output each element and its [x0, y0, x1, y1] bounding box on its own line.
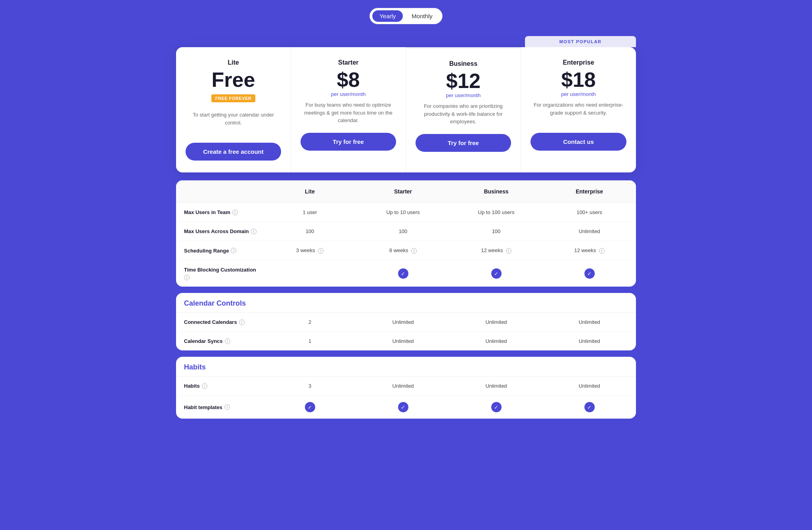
feature-val-habits-starter: Unlimited	[356, 383, 450, 389]
info-icon-connected-calendars[interactable]: i	[239, 320, 245, 325]
feature-label-calendar-syncs: Calendar Syncs i	[176, 338, 263, 344]
check-icon-habit-templates-starter: ✓	[398, 402, 408, 412]
plan-starter-price: $8	[301, 69, 396, 91]
feature-val-syncs-lite: 1	[263, 338, 356, 344]
check-icon-habit-templates-business: ✓	[491, 402, 502, 412]
monthly-toggle[interactable]: Monthly	[404, 10, 440, 22]
most-popular-banner: MOST POPULAR	[525, 36, 636, 47]
feature-label-max-users-domain: Max Users Across Domain i	[176, 228, 263, 234]
feature-label-habits: Habits i	[176, 383, 263, 389]
plan-business: Business $12 per user/month For companie…	[406, 47, 521, 172]
contact-us-button[interactable]: Contact us	[530, 133, 626, 151]
feature-header-business: Business	[450, 188, 543, 195]
check-icon-time-blocking-business: ✓	[491, 268, 502, 279]
feature-val-habits-lite: 3	[263, 383, 356, 389]
info-icon-max-users-domain[interactable]: i	[251, 229, 257, 234]
plan-lite: Lite Free FREE FOREVER To start getting …	[176, 47, 291, 172]
plan-starter-name: Starter	[301, 59, 396, 66]
check-icon-habit-templates-enterprise: ✓	[584, 402, 595, 412]
feature-label-max-users-team: Max Users in Team i	[176, 209, 263, 215]
feature-val-syncs-enterprise: Unlimited	[543, 338, 636, 344]
feature-val-max-users-team-enterprise: 100+ users	[543, 209, 636, 215]
feature-val-domain-lite: 100	[263, 228, 356, 234]
yearly-toggle[interactable]: Yearly	[372, 10, 403, 22]
feature-val-max-users-team-lite: 1 user	[263, 209, 356, 215]
feature-val-max-users-team-starter: Up to 10 users	[356, 209, 450, 215]
info-icon-habits[interactable]: i	[202, 383, 207, 389]
feature-row-calendar-syncs: Calendar Syncs i 1 Unlimited Unlimited U…	[176, 332, 636, 350]
info-icon-time-blocking[interactable]: i	[184, 275, 190, 280]
check-icon-time-blocking-starter: ✓	[398, 268, 408, 279]
features-header-row: Lite Starter Business Enterprise	[176, 180, 636, 203]
info-icon-max-users-team[interactable]: i	[232, 210, 238, 215]
feature-val-connected-starter: Unlimited	[356, 319, 450, 325]
info-icon-scheduling-range[interactable]: i	[231, 248, 236, 253]
habits-section: Habits Habits i 3 Unlimited Unlimited Un…	[176, 357, 636, 419]
create-free-account-button[interactable]: Create a free account	[186, 143, 281, 161]
feature-val-habit-templates-lite: ✓	[263, 402, 356, 412]
feature-row-max-users-domain: Max Users Across Domain i 100 100 100 Un…	[176, 222, 636, 241]
feature-val-connected-business: Unlimited	[450, 319, 543, 325]
starter-try-free-button[interactable]: Try for free	[301, 133, 396, 151]
feature-val-domain-enterprise: Unlimited	[543, 228, 636, 234]
feature-val-habit-templates-enterprise: ✓	[543, 402, 636, 412]
plan-business-price: $12	[416, 70, 511, 92]
feature-val-domain-starter: 100	[356, 228, 450, 234]
feature-val-domain-business: 100	[450, 228, 543, 234]
feature-label-connected-calendars: Connected Calendars i	[176, 319, 263, 325]
free-forever-badge: FREE FOREVER	[211, 94, 256, 102]
feature-val-habits-business: Unlimited	[450, 383, 543, 389]
feature-val-scheduling-enterprise: 12 weeks i	[543, 247, 636, 254]
feature-val-connected-enterprise: Unlimited	[543, 319, 636, 325]
plan-enterprise-price: $18	[530, 69, 626, 91]
feature-header-enterprise: Enterprise	[543, 188, 636, 195]
plan-starter-description: For busy teams who need to optimize meet…	[301, 101, 396, 125]
plan-lite-name: Lite	[186, 59, 281, 66]
calendar-controls-section: Calendar Controls Connected Calendars i …	[176, 293, 636, 350]
feature-label-habit-templates: Habit templates i	[176, 404, 263, 410]
calendar-controls-title: Calendar Controls	[176, 299, 636, 311]
feature-header-empty	[176, 188, 263, 195]
feature-label-scheduling-range: Scheduling Range i	[176, 248, 263, 254]
feature-row-time-blocking: Time Blocking Customization i ✓ ✓ ✓	[176, 260, 636, 287]
info-icon-habit-templates[interactable]: i	[224, 404, 230, 410]
feature-row-habits: Habits i 3 Unlimited Unlimited Unlimited	[176, 377, 636, 396]
plan-starter: Starter $8 per user/month For busy teams…	[291, 47, 406, 172]
business-try-free-button[interactable]: Try for free	[416, 134, 511, 152]
plan-business-name: Business	[416, 60, 511, 67]
feature-val-habit-templates-starter: ✓	[356, 402, 450, 412]
feature-val-time-blocking-business: ✓	[450, 268, 543, 279]
feature-val-scheduling-lite: 3 weeks i	[263, 247, 356, 254]
plan-enterprise-name: Enterprise	[530, 59, 626, 66]
feature-val-habits-enterprise: Unlimited	[543, 383, 636, 389]
info-icon-scheduling-business[interactable]: i	[506, 248, 511, 254]
pricing-card: Lite Free FREE FOREVER To start getting …	[176, 47, 636, 172]
plan-enterprise-period: per user/month	[530, 91, 626, 97]
feature-label-time-blocking: Time Blocking Customization i	[176, 267, 263, 280]
plan-business-description: For companies who are prioritizing produ…	[416, 102, 511, 126]
feature-val-syncs-business: Unlimited	[450, 338, 543, 344]
feature-val-connected-lite: 2	[263, 319, 356, 325]
feature-row-connected-calendars: Connected Calendars i 2 Unlimited Unlimi…	[176, 313, 636, 332]
plan-lite-price: Free	[186, 69, 281, 91]
feature-val-scheduling-starter: 8 weeks i	[356, 247, 450, 254]
toggle-pill: Yearly Monthly	[370, 8, 442, 24]
feature-row-scheduling-range: Scheduling Range i 3 weeks i 8 weeks i 1…	[176, 241, 636, 260]
plan-enterprise: Enterprise $18 per user/month For organi…	[521, 47, 636, 172]
feature-row-habit-templates: Habit templates i ✓ ✓ ✓ ✓	[176, 396, 636, 419]
plan-lite-description: To start getting your calendar under con…	[186, 111, 281, 135]
info-icon-scheduling-lite[interactable]: i	[318, 248, 324, 254]
feature-val-habit-templates-business: ✓	[450, 402, 543, 412]
feature-val-syncs-starter: Unlimited	[356, 338, 450, 344]
plan-business-period: per user/month	[416, 92, 511, 98]
feature-val-scheduling-business: 12 weeks i	[450, 247, 543, 254]
check-icon-time-blocking-enterprise: ✓	[584, 268, 595, 279]
habits-title: Habits	[176, 363, 636, 375]
billing-toggle[interactable]: Yearly Monthly	[176, 8, 636, 24]
info-icon-calendar-syncs[interactable]: i	[225, 339, 230, 344]
feature-header-lite: Lite	[263, 188, 356, 195]
info-icon-scheduling-enterprise[interactable]: i	[599, 248, 605, 254]
info-icon-scheduling-starter[interactable]: i	[411, 248, 417, 254]
features-table: Lite Starter Business Enterprise Max Use…	[176, 180, 636, 287]
plan-starter-period: per user/month	[301, 91, 396, 97]
